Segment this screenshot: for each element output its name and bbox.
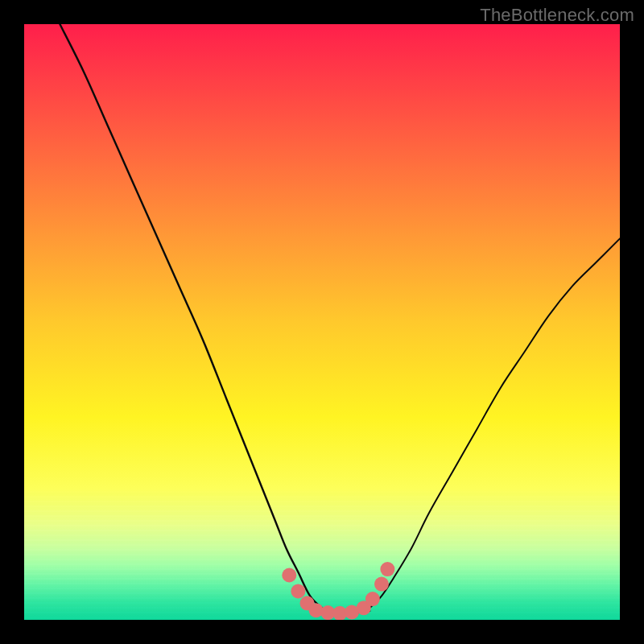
curve-layer: [60, 24, 620, 614]
valley-marker: [365, 592, 380, 606]
curves-svg: [24, 24, 620, 620]
right-curve-path: [369, 238, 620, 608]
valley-marker: [374, 577, 389, 592]
plot-area: [24, 24, 620, 620]
watermark-text: TheBottleneck.com: [480, 5, 634, 26]
marker-layer: [282, 562, 394, 620]
valley-marker: [380, 562, 394, 576]
left-curve-path: [60, 24, 322, 608]
outer-frame: TheBottleneck.com: [0, 0, 644, 644]
valley-marker: [282, 568, 296, 583]
valley-marker: [291, 584, 305, 598]
valley-marker: [309, 603, 324, 617]
